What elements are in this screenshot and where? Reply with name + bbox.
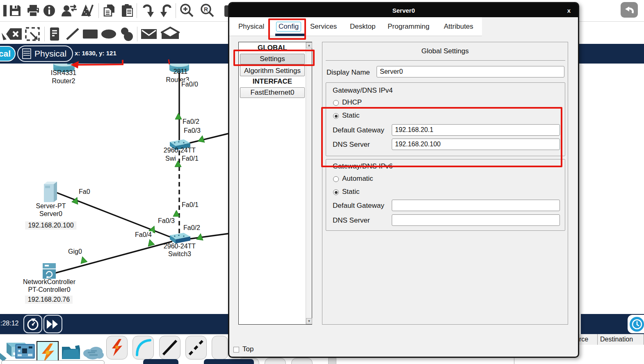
save-icon[interactable]: [7, 2, 23, 19]
tab-physical[interactable]: Physical: [238, 17, 264, 36]
ipv4-static-radio[interactable]: [333, 113, 339, 119]
ipv6-dns-input[interactable]: [392, 214, 560, 226]
paste-icon[interactable]: [119, 2, 135, 19]
scroll-up-icon[interactable]: ▲: [306, 42, 312, 48]
copper-crossover-tile[interactable]: [185, 336, 207, 359]
ipv6-gateway-label: Default Gateway: [333, 202, 384, 210]
resize-selection-icon[interactable]: [24, 26, 43, 42]
realtime-clock-button[interactable]: [628, 315, 644, 333]
draw-line-icon[interactable]: [65, 26, 80, 42]
sidebar-item-algorithm-settings[interactable]: Algorithm Settings: [240, 66, 305, 76]
destination-column-header[interactable]: Destination: [598, 334, 644, 345]
open-partial-icon[interactable]: [0, 2, 7, 19]
zoom-in-icon[interactable]: [179, 2, 194, 19]
physical-view-label: Physical: [34, 49, 66, 59]
user-profile-icon[interactable]: [60, 2, 78, 19]
device-model-label: Server-PT: [36, 202, 66, 210]
device-model-label: ISR4331: [51, 69, 76, 77]
tab-desktop[interactable]: Desktop: [350, 17, 375, 36]
physical-view-tab[interactable]: Physical: [17, 46, 73, 62]
top-checkbox[interactable]: [233, 347, 239, 353]
dialog-title: Server0: [229, 3, 578, 17]
wizard-icon[interactable]: [79, 2, 97, 19]
automatic-radio-label[interactable]: Automatic: [342, 175, 373, 183]
global-settings-panel: Global Settings Display Name Gateway/DNS…: [322, 42, 568, 325]
undo-icon[interactable]: [139, 2, 155, 19]
device-name-label: Router2: [52, 77, 75, 85]
packet-tracer-window: R: [0, 0, 644, 364]
dhcp-radio-label[interactable]: DHCP: [342, 98, 362, 107]
sidebar-header-global: GLOBAL: [240, 43, 305, 53]
scrollbar-partial[interactable]: [328, 358, 336, 364]
back-arrow-icon: [623, 5, 635, 15]
copper-straight-tile[interactable]: [159, 336, 180, 359]
draw-ellipse-icon[interactable]: [100, 26, 116, 42]
ipv6-dns-label: DNS Server: [333, 216, 370, 225]
ipv4-dns-input[interactable]: [392, 139, 560, 150]
palette-label-strip: [1, 360, 105, 364]
ipv6-static-radio-label[interactable]: Static: [342, 188, 360, 196]
automatic-radio[interactable]: [333, 176, 339, 182]
realtime-bar: :28:12: [0, 314, 228, 334]
delete-icon[interactable]: [5, 26, 23, 42]
connection-tile-partial[interactable]: [212, 336, 228, 359]
active-tab-underline: [275, 34, 305, 36]
sidebar-item-settings[interactable]: Settings: [240, 54, 305, 64]
complex-pdu-icon[interactable]: [160, 26, 180, 42]
display-name-input[interactable]: [377, 66, 564, 77]
sidebar-header-interface: INTERFACE: [240, 77, 305, 86]
tab-programming[interactable]: Programming: [388, 17, 429, 36]
zoom-reset-icon[interactable]: R: [199, 2, 215, 19]
device-model-label: 2960-24TT: [164, 147, 196, 154]
simple-pdu-icon[interactable]: [139, 26, 158, 42]
port-label: Fa0/2: [182, 118, 200, 125]
copy-icon[interactable]: [101, 2, 117, 19]
draw-freeform-icon[interactable]: [119, 26, 135, 42]
environment-button-partial[interactable]: [639, 2, 644, 18]
info-icon[interactable]: [41, 2, 57, 19]
redo-icon[interactable]: [159, 2, 175, 19]
tab-attributes[interactable]: Attributes: [444, 17, 473, 36]
print-icon[interactable]: [25, 2, 41, 19]
panel-divider: [514, 358, 514, 364]
draw-rectangle-icon[interactable]: [82, 26, 98, 42]
tab-services[interactable]: Services: [310, 17, 337, 36]
port-label: Fa0/1: [181, 155, 199, 162]
display-name-label: Display Name: [327, 68, 370, 77]
simulation-time: :28:12: [0, 320, 18, 327]
fast-forward-button[interactable]: [43, 315, 62, 333]
ipv6-gateway-input[interactable]: [392, 200, 560, 211]
ipv6-static-radio[interactable]: [333, 189, 339, 195]
auto-connect-tile[interactable]: [106, 336, 128, 359]
ipv4-dns-label: DNS Server: [333, 141, 370, 149]
console-cable-tile[interactable]: [132, 336, 154, 359]
misc-folder-icon[interactable]: [61, 344, 81, 360]
sidebar-scrollbar[interactable]: ▲ ▼: [306, 42, 312, 324]
dhcp-radio[interactable]: [333, 100, 339, 106]
top-checkbox-label: Top: [242, 345, 253, 353]
scenario-button-partial[interactable]: [143, 359, 178, 364]
place-note-icon[interactable]: [46, 26, 62, 42]
server0-icon[interactable]: [42, 181, 59, 205]
close-icon[interactable]: x: [565, 6, 573, 14]
sidebar-item-fastethernet0[interactable]: FastEthernet0: [240, 87, 305, 98]
environment-back-button[interactable]: [621, 2, 638, 18]
dialog-tabstrip: Physical Config Services Desktop Program…: [229, 17, 482, 36]
port-label: Fa0: [78, 188, 91, 196]
panel-divider: [326, 60, 565, 61]
components-board-icon[interactable]: [15, 343, 35, 360]
reset-clock-button[interactable]: [23, 315, 42, 333]
port-label: Fa0/3: [183, 127, 201, 134]
scroll-down-icon[interactable]: ▼: [306, 318, 312, 324]
device-name-label: Switch3: [168, 250, 191, 258]
ipv4-static-radio-label[interactable]: Static: [342, 111, 360, 120]
ipv4-groupbox: Gateway/DNS IPv4 DHCP Static Default Gat…: [326, 82, 565, 156]
device-name-label: Swi: [165, 155, 176, 162]
ipv4-gateway-input[interactable]: [392, 124, 560, 136]
device-name-label: Server0: [39, 210, 62, 218]
port-label: Fa0/0: [180, 81, 199, 88]
logical-view-tab[interactable]: ical: [0, 46, 16, 61]
multiuser-cloud-icon[interactable]: [82, 345, 104, 360]
scenario-button-partial[interactable]: [204, 359, 254, 364]
device-model-label: 2960-24TT: [164, 243, 196, 250]
